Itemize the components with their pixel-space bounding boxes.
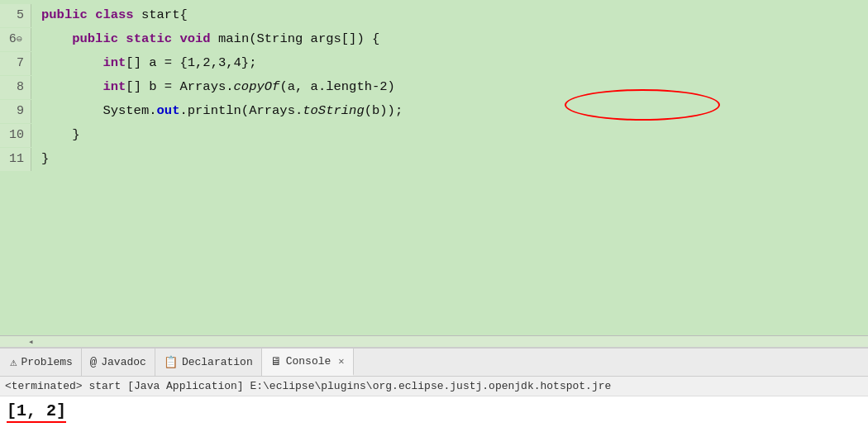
line-content-10: } xyxy=(31,123,80,146)
line-number-10: 10 xyxy=(0,124,31,147)
problems-icon: ⚠ xyxy=(10,355,17,369)
line-content-7: int[] a = {1,2,3,4}; xyxy=(31,51,256,74)
code-line-7: 7 int[] a = {1,2,3,4}; xyxy=(0,51,868,75)
code-text: [] b = Arrays. xyxy=(126,79,233,94)
line-content-6: public static void main(String args[]) { xyxy=(31,27,379,50)
code-editor: 5 public class start{ 6⊖ public static v… xyxy=(0,0,868,335)
field-name: out xyxy=(157,103,180,118)
tab-bar: ⚠ Problems @ Javadoc 📋 Declaration 🖥 Con… xyxy=(0,349,868,377)
keyword: int xyxy=(103,55,126,70)
scrollbar-area[interactable]: ◂ xyxy=(0,335,868,347)
tab-javadoc[interactable]: @ Javadoc xyxy=(82,349,155,376)
code-text: } xyxy=(41,151,49,166)
code-line-6: 6⊖ public static void main(String args[]… xyxy=(0,27,868,51)
tab-declaration[interactable]: 📋 Declaration xyxy=(155,349,262,376)
fold-icon[interactable]: ⊖ xyxy=(17,34,22,45)
line-content-8: int[] b = Arrays.copyOf(a, a.length-2) xyxy=(31,75,395,98)
declaration-icon: 📋 xyxy=(164,355,178,369)
code-text xyxy=(41,31,72,46)
code-text: (a, a.length-2) xyxy=(279,79,395,94)
tab-console-label: Console xyxy=(286,355,331,368)
code-text: main(String args[]) { xyxy=(218,31,379,46)
code-text: (b)); xyxy=(365,103,403,118)
method-name: copyOf xyxy=(234,79,280,94)
keyword: class xyxy=(95,7,141,22)
keyword: static xyxy=(126,31,179,46)
keyword: int xyxy=(103,79,126,94)
line-content-9: System.out.println(Arrays.toString(b)); xyxy=(31,99,403,122)
console-output: [1, 2] xyxy=(0,396,868,446)
scroll-left-icon[interactable]: ◂ xyxy=(28,336,34,347)
tab-problems[interactable]: ⚠ Problems xyxy=(2,349,82,376)
code-line-11: 11 } xyxy=(0,147,868,171)
line-number-8: 8 xyxy=(0,76,31,99)
code-line-10: 10 } xyxy=(0,123,868,147)
code-text: System. xyxy=(41,103,157,118)
tab-console[interactable]: 🖥 Console ✕ xyxy=(262,349,354,376)
line-content-5: public class start{ xyxy=(31,3,188,26)
tab-declaration-label: Declaration xyxy=(182,356,253,368)
javadoc-icon: @ xyxy=(90,356,97,369)
line-number-9: 9 xyxy=(0,100,31,123)
code-text: start{ xyxy=(141,7,188,22)
line-number-6: 6⊖ xyxy=(0,28,31,51)
code-text: [] a = {1,2,3,4}; xyxy=(126,55,256,70)
code-text: .println(Arrays. xyxy=(179,103,303,118)
code-text xyxy=(41,55,103,70)
line-content-11: } xyxy=(31,147,49,170)
code-text xyxy=(41,79,103,94)
code-line-8: 8 int[] b = Arrays.copyOf(a, a.length-2) xyxy=(0,75,868,99)
console-close-icon[interactable]: ✕ xyxy=(338,355,344,368)
keyword: public xyxy=(41,7,95,22)
code-line-9: 9 System.out.println(Arrays.toString(b))… xyxy=(0,99,868,123)
console-status-line: <terminated> start [Java Application] E:… xyxy=(0,377,868,396)
tab-problems-label: Problems xyxy=(21,356,72,368)
bottom-panel: ⚠ Problems @ Javadoc 📋 Declaration 🖥 Con… xyxy=(0,347,868,446)
line-number-5: 5 xyxy=(0,4,31,27)
keyword: void xyxy=(179,31,218,46)
code-text: } xyxy=(41,127,80,142)
line-number-7: 7 xyxy=(0,52,31,75)
method-name: toString xyxy=(303,103,364,118)
line-number-11: 11 xyxy=(0,148,31,171)
code-line-5: 5 public class start{ xyxy=(0,3,868,27)
tab-javadoc-label: Javadoc xyxy=(101,356,146,368)
keyword: public xyxy=(72,31,126,46)
console-icon: 🖥 xyxy=(270,355,282,368)
console-result: [1, 2] xyxy=(7,401,66,423)
